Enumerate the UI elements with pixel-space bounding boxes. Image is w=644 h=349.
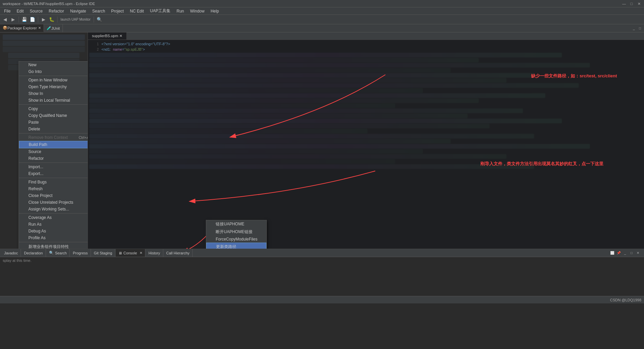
menu-window[interactable]: Window [187, 8, 207, 14]
close-button[interactable]: ✕ [637, 1, 641, 6]
ctx-find-bugs[interactable]: Find Bugs ▶ [19, 179, 88, 185]
submenu-update-path[interactable]: 更新类路径 [206, 243, 266, 249]
ctx-show-local-terminal[interactable]: Show in Local Terminal ▶ [19, 97, 88, 104]
tab-label-junit: JUnit [51, 26, 60, 30]
menu-help[interactable]: Help [208, 8, 222, 14]
menu-project[interactable]: Project [109, 8, 126, 14]
ctx-import[interactable]: Import... [19, 164, 88, 170]
tree-item[interactable] [3, 34, 85, 40]
ctx-open-type-hierarchy[interactable]: Open Type Hierarchy F4 [19, 83, 88, 90]
tab-search[interactable]: 🔍 Search [46, 249, 70, 257]
bottom-panel-max[interactable]: □ [629, 250, 634, 256]
ctx-coverage-as[interactable]: Coverage As ▶ [19, 214, 88, 221]
tab-call-hierarchy[interactable]: Call Hierarchy [164, 249, 193, 257]
menu-refactor[interactable]: Refactor [46, 8, 67, 14]
ctx-run-as[interactable]: Run As ▶ [19, 221, 88, 228]
ctx-close-project[interactable]: Close Project [19, 192, 88, 199]
tab-package-explorer[interactable]: 📦 Package Explorer ✕ [0, 24, 44, 32]
ctx-open-new-window[interactable]: Open in New Window [19, 77, 88, 83]
tree-item[interactable] [3, 41, 85, 46]
ctx-copy-qualified[interactable]: Copy Qualified Name [19, 112, 88, 119]
maximize-button[interactable]: □ [629, 1, 634, 6]
bottom-panel-min[interactable]: _ [622, 250, 628, 256]
editor-tab-active[interactable]: supplierBS.upm ✕ [88, 32, 127, 40]
tab-console[interactable]: 🖥 Console ✕ [116, 249, 145, 257]
ctx-refresh[interactable]: Refresh F5 [19, 185, 88, 192]
toolbar-debug[interactable]: 🐛 [48, 16, 55, 23]
tab-declaration[interactable]: Declaration [21, 249, 46, 257]
ctx-close-unrelated[interactable]: Close Unrelated Projects [19, 199, 88, 206]
toolbar-forward[interactable]: ▶ [9, 16, 17, 23]
menu-edit[interactable]: Edit [14, 8, 26, 14]
ctx-sep1 [19, 76, 88, 76]
ctx-copy[interactable]: Copy Ctrl+C [19, 105, 88, 112]
ctx-sep7 [19, 242, 88, 242]
ctx-debug-as[interactable]: Debug As ▶ [19, 228, 88, 234]
ctx-paste-label: Paste [28, 120, 39, 125]
tab-search-icon: 🔍 [49, 251, 54, 255]
ctx-remove-shortcut: Ctrl+Alt+Shift+Down [79, 135, 88, 140]
toolbar-run[interactable]: ▶ [40, 16, 47, 23]
tab-junit[interactable]: 🧪 JUnit [44, 24, 63, 32]
editor-area: supplierBS.upm ✕ 1 <?xml version="1.0" e… [88, 32, 644, 249]
menu-search[interactable]: Search [90, 8, 108, 14]
toolbar-back[interactable]: ◀ [1, 16, 9, 23]
menu-source[interactable]: Source [27, 8, 45, 14]
bottom-panel: Javadoc Declaration 🔍 Search Progress Gi… [0, 249, 644, 296]
ctx-build-path-label: Build Path [29, 142, 47, 147]
tab-progress[interactable]: Progress [70, 249, 91, 257]
ctx-assign-working[interactable]: Assign Working Sets... [19, 206, 88, 213]
ctx-profile-as[interactable]: Profile As ▶ [19, 234, 88, 241]
ctx-export-label: Export... [28, 171, 44, 176]
toolbar-launch[interactable]: launch UAP Monitor [59, 16, 92, 23]
toolbar-save[interactable]: 💾 [21, 16, 28, 23]
console-text: splay at this time. [3, 258, 31, 263]
ctx-delete[interactable]: Delete Delete [19, 126, 88, 132]
ctx-show-local-terminal-label: Show in Local Terminal [28, 98, 70, 103]
editor-tab-label: supplierBS.upm ✕ [92, 34, 122, 38]
toolbar-new[interactable]: 📄 [29, 16, 36, 23]
tree-item[interactable] [3, 47, 85, 52]
menu-navigate[interactable]: Navigate [67, 8, 89, 14]
menu-nc-edit[interactable]: NC Edit [127, 8, 146, 14]
tab-javadoc[interactable]: Javadoc [1, 249, 21, 257]
code-line-2: 2 <nd1: name="sp.spEJB"> [88, 47, 644, 52]
tab-history[interactable]: History [146, 249, 163, 257]
code-area[interactable]: 1 <?xml version="1.0" encoding="UTF-8"?>… [88, 40, 644, 171]
tab-git-staging[interactable]: Git Staging [91, 249, 115, 257]
ctx-build-path[interactable]: Build Path ▶ [19, 141, 88, 148]
toolbar-sep1 [19, 17, 19, 23]
bottom-content: splay at this time. [0, 257, 644, 264]
ctx-remove-context[interactable]: Remove from Context Ctrl+Alt+Shift+Down [19, 134, 88, 141]
title-bar: workspace - ttt/META-INF/supplierBS.upm … [0, 0, 644, 7]
submenu-force-copy-label: ForceCopyModuleFiles [216, 237, 257, 242]
menu-bar: File Edit Source Refactor Navigate Searc… [0, 7, 644, 15]
left-panel: New ▶ Go Into Open in New Window Open Ty… [0, 32, 88, 249]
tab-console-close[interactable]: ✕ [140, 251, 142, 255]
ctx-new[interactable]: New ▶ [19, 61, 88, 68]
ctx-delete-label: Delete [28, 127, 40, 131]
ctx-refactor[interactable]: Refactor Alt+Shift+T ▶ [19, 155, 88, 162]
close-tab-icon[interactable]: ✕ [38, 26, 41, 30]
ctx-export[interactable]: Export... [19, 170, 88, 177]
menu-uap[interactable]: UAP工具集 [147, 7, 173, 15]
panel-max-btn[interactable]: □ [637, 26, 643, 31]
tab-progress-label: Progress [73, 251, 88, 255]
submenu-open-uaphome[interactable]: 断开UAPHOME链接 [206, 228, 266, 236]
ctx-add-component[interactable]: 新增业务组件项目特性 [19, 243, 88, 249]
tree-item[interactable] [8, 53, 79, 58]
bottom-panel-btn2[interactable]: 📌 [616, 250, 621, 256]
bottom-panel-close[interactable]: ✕ [635, 250, 641, 256]
bottom-panel-btn1[interactable]: ⬜ [610, 250, 615, 256]
ctx-goto[interactable]: Go Into [19, 68, 88, 75]
submenu-force-copy[interactable]: ForceCopyModuleFiles [206, 236, 266, 243]
submenu-link-uaphome[interactable]: 链接UAPHOME [206, 220, 266, 228]
ctx-show-in[interactable]: Show In Alt+Shift+W ▶ [19, 90, 88, 97]
ctx-source[interactable]: Source Alt+Shift+S ▶ [19, 148, 88, 155]
panel-min-btn[interactable]: _ [631, 26, 637, 31]
toolbar-search[interactable]: 🔍 [96, 16, 103, 23]
menu-file[interactable]: File [1, 8, 13, 14]
minimize-button[interactable]: — [622, 1, 626, 6]
menu-run[interactable]: Run [174, 8, 187, 14]
ctx-paste[interactable]: Paste Ctrl+V [19, 119, 88, 126]
